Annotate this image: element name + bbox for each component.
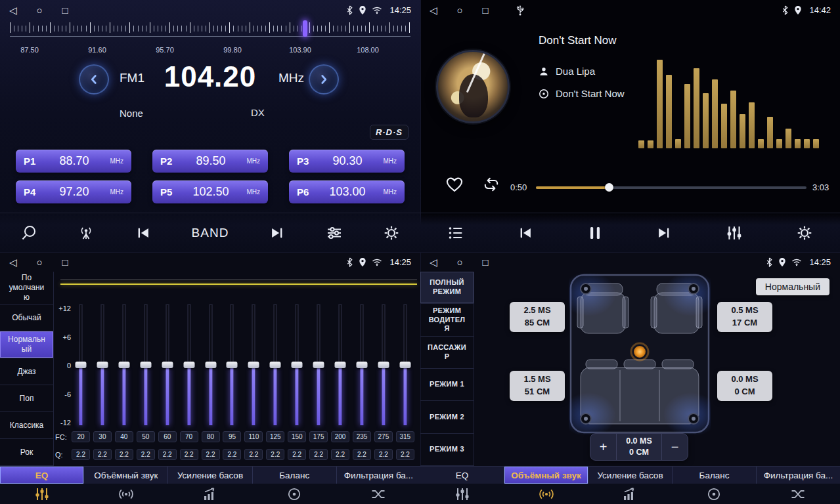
back-icon[interactable]: ◁ [9,257,17,267]
eq-band-slider[interactable] [95,303,110,427]
preset-p6-button[interactable]: P6103.00MHz [289,180,405,203]
sound-mode-item[interactable]: РЕЖИМ 2 [420,401,474,433]
slider-thumb[interactable] [97,362,108,368]
scan-button[interactable] [20,224,37,242]
back-icon[interactable]: ◁ [430,5,437,15]
slider-thumb[interactable] [76,362,87,368]
slider-thumb[interactable] [313,362,324,368]
progress-slider[interactable] [536,186,807,189]
band-button[interactable]: BAND [192,226,229,240]
recents-icon[interactable]: □ [483,257,489,267]
previous-station-button[interactable] [135,225,151,241]
preset-p4-button[interactable]: P497.20MHz [16,180,131,203]
bass-boost-icon[interactable] [588,486,673,502]
next-track-button[interactable] [656,225,672,241]
eq-band-slider[interactable] [268,303,282,427]
slider-thumb[interactable] [378,362,389,368]
bass-boost-icon[interactable] [168,486,252,502]
home-icon[interactable]: ○ [457,5,463,15]
progress-knob[interactable] [605,183,613,192]
tab-bass-boost[interactable]: Усиление басов [168,467,252,484]
sound-mode-item[interactable]: РЕЖИМ 1 [420,369,474,401]
eq-band-slider[interactable] [290,303,304,427]
delay-badge-front-right[interactable]: 0.5 MS17 CM [717,302,772,332]
sound-mode-item[interactable]: ПОЛНЫЙ РЕЖИМ [420,272,474,304]
preset-p3-button[interactable]: P390.30MHz [289,150,405,173]
eq-band-slider[interactable] [160,303,175,427]
delay-badge-front-left[interactable]: 2.5 MS85 CM [510,302,565,332]
tab-filter[interactable]: Фильтрация ба... [757,467,840,484]
eq-band-slider[interactable] [376,303,391,427]
tab-surround-sound[interactable]: Объёмный звук [504,467,588,484]
eq-band-slider[interactable] [333,303,347,427]
slider-thumb[interactable] [183,362,194,368]
profile-button[interactable]: Нормальный [756,278,829,295]
recents-icon[interactable]: □ [62,257,68,267]
home-icon[interactable]: ○ [457,257,463,267]
slider-thumb[interactable] [356,362,367,368]
frequency-indicator[interactable] [303,20,307,37]
eq-band-slider[interactable] [311,303,326,427]
next-station-button[interactable] [269,225,285,241]
sound-mode-item[interactable]: ПАССАЖИР [420,337,474,369]
eq-preset-item[interactable]: Рок [0,439,53,466]
settings-button[interactable] [796,224,813,242]
recents-icon[interactable]: □ [483,5,489,15]
eq-band-slider[interactable] [182,303,196,427]
back-icon[interactable]: ◁ [430,257,437,267]
eq-preset-item[interactable]: Поп [0,385,53,412]
tab-balance[interactable]: Баланс [253,467,337,484]
home-icon[interactable]: ○ [37,5,43,15]
repeat-button[interactable] [482,176,500,195]
frequency-scale[interactable]: 87.5091.6095.7099.80103.90108.00 [10,22,410,59]
eq-preset-item[interactable]: Обычай [0,304,53,331]
eq-preset-item[interactable]: По умолчанию [0,272,53,304]
tab-bass-boost[interactable]: Усиление басов [588,467,673,484]
slider-thumb[interactable] [118,362,129,368]
surround-sound-icon[interactable] [504,486,588,502]
preset-p2-button[interactable]: P289.50MHz [152,150,268,173]
eq-preset-item[interactable]: Джаз [0,358,53,385]
surround-sound-icon[interactable] [84,486,168,502]
crossover-filter-icon[interactable] [336,486,420,502]
eq-band-slider[interactable] [139,303,153,427]
decrease-delay-button[interactable]: − [661,434,688,460]
eq-band-slider[interactable] [117,303,131,427]
eq-band-slider[interactable] [246,303,261,427]
tab-surround-sound[interactable]: Объёмный звук [84,467,168,484]
recents-icon[interactable]: □ [62,5,68,15]
slider-thumb[interactable] [292,362,303,368]
delay-badge-rear-left[interactable]: 1.5 MS51 CM [510,371,565,401]
eq-band-slider[interactable] [398,303,412,427]
tab-balance[interactable]: Баланс [673,467,757,484]
slider-thumb[interactable] [270,362,281,368]
tab-eq[interactable]: EQ [420,467,504,484]
delay-badge-rear-right[interactable]: 0.0 MS0 CM [717,371,772,401]
balance-icon[interactable] [672,486,756,502]
eq-band-slider[interactable] [355,303,369,427]
playlist-button[interactable] [447,224,464,242]
favorite-button[interactable] [445,176,464,195]
eq-band-slider[interactable] [74,303,88,427]
eq-band-slider[interactable] [204,303,218,427]
eq-sliders-icon[interactable] [420,486,504,502]
slider-thumb[interactable] [335,362,346,368]
tab-eq[interactable]: EQ [0,467,84,484]
balance-icon[interactable] [252,486,336,502]
pause-button[interactable] [587,224,603,242]
sound-mode-item[interactable]: РЕЖИМ 3 [420,434,474,466]
eq-sliders-icon[interactable] [0,486,84,502]
sound-mode-item[interactable]: РЕЖИМ ВОДИТЕЛЯ [420,304,474,336]
preset-p5-button[interactable]: P5102.50MHz [152,180,268,203]
broadcast-button[interactable] [77,224,95,242]
audio-settings-button[interactable] [326,224,343,242]
preset-p1-button[interactable]: P188.70MHz [16,150,131,173]
slider-thumb[interactable] [248,362,259,368]
settings-button[interactable] [383,224,400,242]
crossover-filter-icon[interactable] [756,486,840,502]
slider-thumb[interactable] [205,362,216,368]
tune-down-button[interactable] [79,64,109,94]
eq-preset-item[interactable]: Нормальный [0,331,53,358]
increase-delay-button[interactable]: + [590,434,617,460]
tune-up-button[interactable] [309,64,339,94]
